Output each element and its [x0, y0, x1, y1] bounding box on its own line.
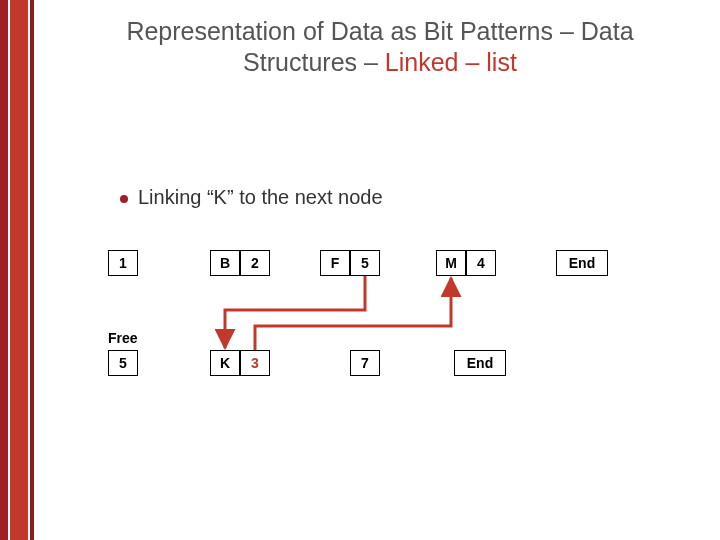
end-sentinel: End	[556, 250, 608, 276]
bullet-item: Linking “K” to the next node	[120, 186, 383, 209]
rail-bar	[30, 0, 34, 540]
list-head-pointer: 1	[108, 250, 138, 276]
title-line-1: Representation of Data as Bit Patterns –…	[126, 17, 633, 45]
node-pointer: 7	[350, 350, 380, 376]
title-line-2b: Linked – list	[385, 48, 517, 76]
title-line-2a: Structures –	[243, 48, 385, 76]
node-value: K	[210, 350, 240, 376]
node-value: F	[320, 250, 350, 276]
bullet-text: Linking “K” to the next node	[138, 186, 383, 209]
rail-bar	[10, 0, 28, 540]
end-sentinel: End	[454, 350, 506, 376]
node-pointer: 4	[466, 250, 496, 276]
arrow-f-to-k	[225, 276, 365, 348]
rail-bar	[0, 0, 8, 540]
free-list-label: Free	[108, 330, 138, 346]
free-head-pointer: 5	[108, 350, 138, 376]
node-value: B	[210, 250, 240, 276]
node-value: M	[436, 250, 466, 276]
node-pointer: 2	[240, 250, 270, 276]
slide-left-rail	[0, 0, 34, 540]
arrow-k-to-m	[255, 278, 451, 350]
slide-title: Representation of Data as Bit Patterns –…	[100, 16, 660, 79]
node-pointer: 5	[350, 250, 380, 276]
node-pointer-highlight: 3	[240, 350, 270, 376]
bullet-dot-icon	[120, 195, 128, 203]
